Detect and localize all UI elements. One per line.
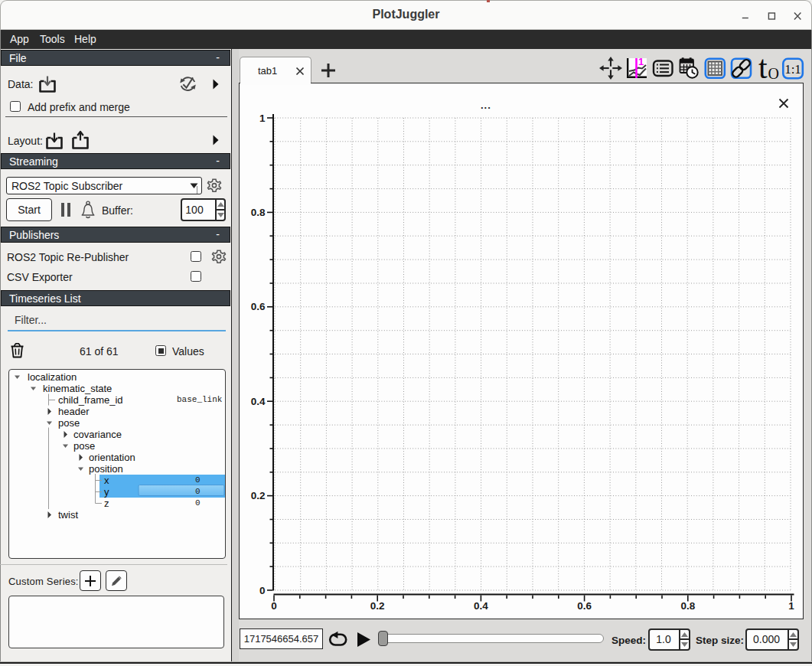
svg-text:0: 0: [195, 475, 201, 485]
svg-text:pose: pose: [58, 417, 80, 429]
svg-text:0: 0: [195, 487, 201, 496]
svg-text:0.6: 0.6: [251, 301, 266, 312]
svg-text:0: 0: [195, 498, 201, 508]
svg-text:t: t: [758, 52, 768, 84]
svg-text:0.8: 0.8: [680, 600, 695, 612]
svg-text:1: 1: [788, 600, 794, 612]
svg-text:1: 1: [638, 56, 644, 67]
svg-text:1: 1: [259, 113, 266, 124]
svg-text:z: z: [104, 498, 109, 509]
svg-text:base_link: base_link: [177, 395, 223, 404]
svg-text:0.8: 0.8: [251, 207, 266, 218]
svg-text:0: 0: [271, 600, 277, 612]
svg-text:0.4: 0.4: [251, 396, 266, 407]
svg-text:orientation: orientation: [89, 452, 135, 463]
svg-text:x: x: [104, 475, 109, 486]
svg-text:1:1: 1:1: [784, 62, 801, 77]
svg-text:0.4: 0.4: [474, 600, 488, 612]
svg-text:covariance: covariance: [73, 429, 122, 440]
svg-text:0.2: 0.2: [251, 490, 266, 501]
svg-text:O: O: [768, 65, 779, 82]
svg-text:y: y: [104, 486, 109, 498]
svg-text:position: position: [89, 463, 123, 475]
svg-text:0: 0: [259, 585, 266, 596]
svg-text:0.2: 0.2: [370, 600, 385, 612]
svg-text:child_frame_id: child_frame_id: [58, 394, 123, 406]
svg-text:pose: pose: [73, 440, 95, 452]
svg-text:header: header: [58, 406, 90, 417]
svg-text:twist: twist: [58, 509, 78, 521]
svg-text:localization: localization: [28, 371, 77, 383]
svg-text:0.6: 0.6: [577, 600, 592, 612]
svg-text:kinematic_state: kinematic_state: [43, 383, 112, 394]
